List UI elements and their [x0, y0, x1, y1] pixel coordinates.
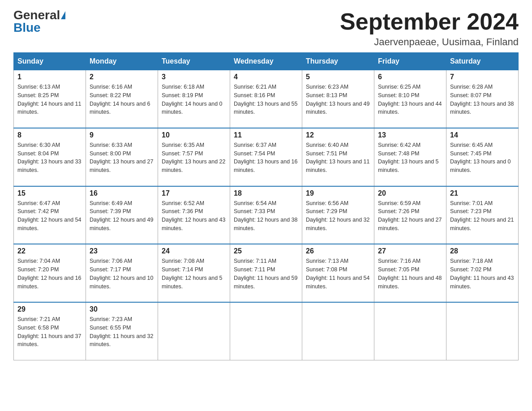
- weekday-header-saturday: Saturday: [446, 53, 519, 70]
- day-number: 29: [17, 305, 82, 313]
- calendar-cell: 3 Sunrise: 6:18 AM Sunset: 8:19 PM Dayli…: [158, 70, 230, 128]
- day-number: 9: [90, 131, 154, 139]
- title-area: September 2024 Jaervenpaeae, Uusimaa, Fi…: [340, 9, 519, 48]
- calendar-cell: 20 Sunrise: 6:59 AM Sunset: 7:26 PM Dayl…: [374, 186, 446, 244]
- calendar-cell: 1 Sunrise: 6:13 AM Sunset: 8:25 PM Dayli…: [14, 70, 86, 128]
- day-info: Sunrise: 6:52 AM Sunset: 7:36 PM Dayligh…: [162, 199, 226, 241]
- calendar-cell: 13 Sunrise: 6:42 AM Sunset: 7:48 PM Dayl…: [374, 128, 446, 186]
- calendar-cell: 18 Sunrise: 6:54 AM Sunset: 7:33 PM Dayl…: [230, 186, 302, 244]
- weekday-header-row: SundayMondayTuesdayWednesdayThursdayFrid…: [14, 53, 519, 70]
- calendar-cell: 23 Sunrise: 7:06 AM Sunset: 7:17 PM Dayl…: [86, 244, 158, 302]
- calendar-cell: 8 Sunrise: 6:30 AM Sunset: 8:04 PM Dayli…: [14, 128, 86, 186]
- day-info: Sunrise: 7:18 AM Sunset: 7:02 PM Dayligh…: [450, 257, 515, 299]
- day-number: 2: [90, 73, 154, 81]
- calendar-cell: 21 Sunrise: 7:01 AM Sunset: 7:23 PM Dayl…: [446, 186, 519, 244]
- weekday-header-wednesday: Wednesday: [230, 53, 302, 70]
- day-info: Sunrise: 6:28 AM Sunset: 8:07 PM Dayligh…: [450, 83, 515, 125]
- day-number: 23: [90, 247, 154, 255]
- calendar-cell: 25 Sunrise: 7:11 AM Sunset: 7:11 PM Dayl…: [230, 244, 302, 302]
- day-number: 15: [17, 189, 82, 197]
- calendar-cell: 6 Sunrise: 6:25 AM Sunset: 8:10 PM Dayli…: [374, 70, 446, 128]
- logo: General Blue: [13, 9, 65, 34]
- calendar-cell: [230, 302, 302, 360]
- day-number: 11: [234, 131, 298, 139]
- day-info: Sunrise: 6:13 AM Sunset: 8:25 PM Dayligh…: [17, 83, 82, 125]
- day-number: 3: [162, 73, 226, 81]
- calendar-cell: 2 Sunrise: 6:16 AM Sunset: 8:22 PM Dayli…: [86, 70, 158, 128]
- day-number: 26: [306, 247, 370, 255]
- day-number: 19: [306, 189, 370, 197]
- week-row-3: 15 Sunrise: 6:47 AM Sunset: 7:42 PM Dayl…: [14, 186, 519, 244]
- week-row-2: 8 Sunrise: 6:30 AM Sunset: 8:04 PM Dayli…: [14, 128, 519, 186]
- calendar-cell: 9 Sunrise: 6:33 AM Sunset: 8:00 PM Dayli…: [86, 128, 158, 186]
- day-number: 13: [378, 131, 442, 139]
- calendar-cell: [158, 302, 230, 360]
- day-number: 18: [234, 189, 298, 197]
- weekday-header-thursday: Thursday: [302, 53, 374, 70]
- day-number: 27: [378, 247, 442, 255]
- calendar-cell: 22 Sunrise: 7:04 AM Sunset: 7:20 PM Dayl…: [14, 244, 86, 302]
- calendar-cell: 11 Sunrise: 6:37 AM Sunset: 7:54 PM Dayl…: [230, 128, 302, 186]
- calendar-cell: 14 Sunrise: 6:45 AM Sunset: 7:45 PM Dayl…: [446, 128, 519, 186]
- page-header: General Blue September 2024 Jaervenpaeae…: [13, 9, 519, 48]
- day-number: 25: [234, 247, 298, 255]
- calendar-cell: 16 Sunrise: 6:49 AM Sunset: 7:39 PM Dayl…: [86, 186, 158, 244]
- day-info: Sunrise: 7:16 AM Sunset: 7:05 PM Dayligh…: [378, 257, 442, 299]
- day-number: 6: [378, 73, 442, 81]
- calendar-cell: 28 Sunrise: 7:18 AM Sunset: 7:02 PM Dayl…: [446, 244, 519, 302]
- day-number: 16: [90, 189, 154, 197]
- day-info: Sunrise: 6:45 AM Sunset: 7:45 PM Dayligh…: [450, 141, 515, 183]
- day-info: Sunrise: 6:40 AM Sunset: 7:51 PM Dayligh…: [306, 141, 370, 183]
- day-info: Sunrise: 7:04 AM Sunset: 7:20 PM Dayligh…: [17, 257, 82, 299]
- day-number: 22: [17, 247, 82, 255]
- calendar-cell: [302, 302, 374, 360]
- logo-blue-text: Blue: [13, 21, 41, 34]
- calendar-cell: 12 Sunrise: 6:40 AM Sunset: 7:51 PM Dayl…: [302, 128, 374, 186]
- calendar-cell: 30 Sunrise: 7:23 AM Sunset: 6:55 PM Dayl…: [86, 302, 158, 360]
- day-info: Sunrise: 6:47 AM Sunset: 7:42 PM Dayligh…: [17, 199, 82, 241]
- calendar-cell: 15 Sunrise: 6:47 AM Sunset: 7:42 PM Dayl…: [14, 186, 86, 244]
- day-info: Sunrise: 6:25 AM Sunset: 8:10 PM Dayligh…: [378, 83, 442, 125]
- month-title: September 2024: [340, 9, 519, 34]
- day-info: Sunrise: 7:21 AM Sunset: 6:58 PM Dayligh…: [17, 315, 82, 357]
- day-info: Sunrise: 7:23 AM Sunset: 6:55 PM Dayligh…: [90, 315, 154, 357]
- calendar-table: SundayMondayTuesdayWednesdayThursdayFrid…: [13, 52, 519, 360]
- calendar-cell: [446, 302, 519, 360]
- day-info: Sunrise: 6:37 AM Sunset: 7:54 PM Dayligh…: [234, 141, 298, 183]
- day-number: 28: [450, 247, 515, 255]
- day-number: 30: [90, 305, 154, 313]
- day-info: Sunrise: 6:59 AM Sunset: 7:26 PM Dayligh…: [378, 199, 442, 241]
- day-number: 1: [17, 73, 82, 81]
- calendar-cell: 7 Sunrise: 6:28 AM Sunset: 8:07 PM Dayli…: [446, 70, 519, 128]
- calendar-cell: 10 Sunrise: 6:35 AM Sunset: 7:57 PM Dayl…: [158, 128, 230, 186]
- calendar-cell: 26 Sunrise: 7:13 AM Sunset: 7:08 PM Dayl…: [302, 244, 374, 302]
- weekday-header-sunday: Sunday: [14, 53, 86, 70]
- day-number: 8: [17, 131, 82, 139]
- day-info: Sunrise: 6:33 AM Sunset: 8:00 PM Dayligh…: [90, 141, 154, 183]
- day-info: Sunrise: 6:35 AM Sunset: 7:57 PM Dayligh…: [162, 141, 226, 183]
- day-info: Sunrise: 7:06 AM Sunset: 7:17 PM Dayligh…: [90, 257, 154, 299]
- calendar-cell: 5 Sunrise: 6:23 AM Sunset: 8:13 PM Dayli…: [302, 70, 374, 128]
- day-number: 5: [306, 73, 370, 81]
- day-info: Sunrise: 6:21 AM Sunset: 8:16 PM Dayligh…: [234, 83, 298, 125]
- day-info: Sunrise: 6:23 AM Sunset: 8:13 PM Dayligh…: [306, 83, 370, 125]
- day-number: 17: [162, 189, 226, 197]
- day-number: 7: [450, 73, 515, 81]
- calendar-cell: 27 Sunrise: 7:16 AM Sunset: 7:05 PM Dayl…: [374, 244, 446, 302]
- day-info: Sunrise: 6:18 AM Sunset: 8:19 PM Dayligh…: [162, 83, 226, 125]
- day-number: 14: [450, 131, 515, 139]
- week-row-5: 29 Sunrise: 7:21 AM Sunset: 6:58 PM Dayl…: [14, 302, 519, 360]
- calendar-cell: 4 Sunrise: 6:21 AM Sunset: 8:16 PM Dayli…: [230, 70, 302, 128]
- day-info: Sunrise: 7:13 AM Sunset: 7:08 PM Dayligh…: [306, 257, 370, 299]
- calendar-cell: 19 Sunrise: 6:56 AM Sunset: 7:29 PM Dayl…: [302, 186, 374, 244]
- day-number: 20: [378, 189, 442, 197]
- day-number: 21: [450, 189, 515, 197]
- day-number: 12: [306, 131, 370, 139]
- calendar-cell: [374, 302, 446, 360]
- day-info: Sunrise: 6:30 AM Sunset: 8:04 PM Dayligh…: [17, 141, 82, 183]
- weekday-header-tuesday: Tuesday: [158, 53, 230, 70]
- day-info: Sunrise: 7:08 AM Sunset: 7:14 PM Dayligh…: [162, 257, 226, 299]
- day-number: 24: [162, 247, 226, 255]
- weekday-header-friday: Friday: [374, 53, 446, 70]
- day-info: Sunrise: 7:01 AM Sunset: 7:23 PM Dayligh…: [450, 199, 515, 241]
